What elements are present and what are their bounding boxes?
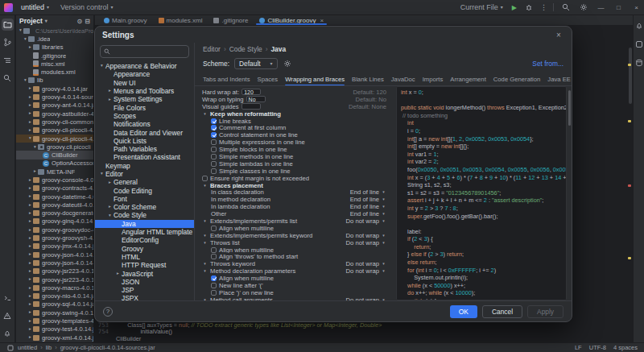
structure-tool-icon[interactable] (2, 54, 14, 66)
project-tree-item[interactable]: ▸groovy-xml-4.0.14.jar (16, 333, 93, 342)
project-tree-item[interactable]: ▾untitledC:\Users\User\IdeaProjects\unti… (16, 27, 93, 35)
option-field[interactable] (242, 103, 261, 110)
settings-tree-item[interactable]: ▸Color Scheme (95, 203, 194, 211)
settings-tree-item[interactable]: Java (95, 220, 194, 228)
cancel-button[interactable]: Cancel (482, 305, 522, 318)
code-style-tab[interactable]: Code Generation (493, 76, 541, 85)
combo-selector[interactable]: End of line▾ (350, 203, 393, 210)
project-tree-item[interactable]: ▸groovy-cli-picocli-4.0.14.jar (16, 126, 93, 135)
notifications-icon[interactable] (633, 19, 644, 31)
option-field[interactable]: Wrap on typingNoDefault: No (200, 96, 393, 103)
combo-selector[interactable]: Do not wrap▾ (346, 232, 393, 239)
breadcrumb-item[interactable]: Editor (203, 45, 221, 53)
settings-tree-item[interactable]: Quick Lists (95, 137, 194, 145)
settings-tree-item[interactable]: File Colors (95, 103, 194, 111)
settings-tree-item[interactable]: Code Editing (95, 186, 194, 194)
checkbox[interactable] (211, 125, 217, 130)
project-tree-item[interactable]: misc.xml (16, 60, 93, 68)
project-tree-item[interactable]: ▸groovy-templates-4.0.14.jar (16, 317, 93, 325)
tab-close-icon[interactable]: × (320, 17, 324, 24)
checkbox[interactable] (211, 290, 217, 296)
settings-tree-item[interactable]: ▸General (95, 178, 194, 186)
project-tree-item[interactable]: ▸groovy-macro-4.0.14.jar (16, 284, 93, 292)
option-check[interactable]: Control statement in one line (200, 131, 393, 139)
checkbox[interactable] (211, 247, 217, 253)
settings-tree-item[interactable]: New UI (95, 79, 194, 87)
combo-selector[interactable]: End of line▾ (350, 210, 393, 217)
combo-selector[interactable]: Do not wrap▾ (346, 239, 393, 246)
settings-tree-item[interactable]: HTML (95, 253, 194, 261)
code-style-tab[interactable]: Blank Lines (352, 76, 384, 85)
project-tree-item[interactable]: ▾groovy.cli.picocli (16, 143, 93, 151)
checkbox[interactable] (211, 226, 217, 231)
option-gcombo[interactable]: ▾Method declaration parametersDo not wra… (200, 267, 393, 275)
project-tree-item[interactable]: ▸groovy-astbuilder-4.0.14.jar (16, 110, 93, 118)
apply-button[interactable]: Apply (527, 305, 564, 318)
project-tree-item[interactable]: OptionAccessor (16, 159, 93, 168)
scheme-selector[interactable]: Default ▾ (234, 58, 278, 69)
settings-search-input[interactable] (113, 48, 185, 56)
option-check[interactable]: Place ')' on new line (200, 289, 393, 296)
editor-scrollbar[interactable] (629, 48, 632, 104)
maximize-button[interactable]: □ (613, 0, 625, 14)
editor-code-view[interactable]: 753 Class[] auxTypes = null; // TODO ext… (95, 321, 633, 335)
code-style-tab[interactable]: Imports (423, 76, 444, 85)
checkbox[interactable] (211, 161, 217, 167)
option-field[interactable]: Visual guidesDefault: None (200, 103, 393, 110)
option-combo[interactable]: In lambda declarationEnd of line▾ (200, 203, 393, 210)
settings-tree-item[interactable]: ▸JavaScript (95, 269, 194, 277)
project-tree-item[interactable]: ▸groovy-cli-commons-4.0.14.jar (16, 118, 93, 126)
project-tree-item[interactable]: ▸groovy-jsr223-4.0.14-sources.jar (16, 275, 93, 284)
option-gcombo[interactable]: ▾Extends/implements/permits keywordDo no… (200, 232, 393, 239)
project-tree-item[interactable]: ▸groovy-4.0.14.jar (16, 85, 93, 93)
minimize-button[interactable]: — (595, 0, 607, 14)
editor-breadcrumb-item[interactable]: CliBuilder (116, 335, 141, 342)
settings-tree-item[interactable]: ▾Appearance & Behavior (95, 62, 194, 70)
project-tree-item[interactable]: ▸groovy-groovydoc-4.0.14.jar (16, 226, 93, 234)
combo-selector[interactable]: End of line▾ (350, 196, 393, 203)
option-check[interactable]: Simple classes in one line (200, 168, 393, 175)
option-combo[interactable]: In class declarationEnd of line▾ (200, 188, 393, 196)
settings-gear-button[interactable] (577, 2, 589, 14)
option-check[interactable]: Align 'throws' to method start (200, 253, 393, 260)
option-field[interactable]: Hard wrap at:120Default: 120 (200, 89, 393, 96)
project-tree-item[interactable]: ▾lib (16, 77, 93, 85)
editor-tab[interactable]: CliBuilder.groovy× (254, 15, 329, 25)
window-close-button[interactable]: × (630, 0, 642, 14)
settings-tree-item[interactable]: JSON (95, 278, 194, 286)
settings-tree-item[interactable]: EditorConfig (95, 236, 194, 244)
checkbox[interactable] (211, 132, 217, 138)
help-icon[interactable]: ? (103, 307, 113, 317)
project-tree-item[interactable]: ▸groovy-datetime-4.0.14.jar (16, 193, 93, 201)
option-check[interactable]: Align when multiline (200, 225, 393, 232)
warning-stripe-mark[interactable] (628, 64, 631, 66)
select-opened-file-icon[interactable]: ⊙ (77, 18, 83, 25)
error-stripe-mark[interactable] (628, 184, 631, 187)
option-check[interactable]: Line breaks (200, 118, 393, 125)
status-breadcrumb-item[interactable]: untitled (18, 344, 37, 351)
run-configuration-selector[interactable]: Current File ▾ (457, 2, 506, 12)
status-widget[interactable]: LF (575, 344, 582, 351)
project-tree-item[interactable]: ▸groovy-4.0.14-sources.jar (16, 93, 93, 101)
status-widget[interactable]: 4 spaces (613, 344, 638, 351)
breadcrumb-item[interactable]: Code Style (229, 45, 262, 53)
options-scrollbar[interactable] (568, 90, 571, 126)
option-gcombo[interactable]: ▾Throws keywordDo not wrap▾ (200, 260, 393, 267)
project-tree-item[interactable]: modules.xml (16, 68, 93, 76)
status-widget[interactable]: UTF-8 (589, 344, 606, 351)
project-tool-icon[interactable] (2, 19, 14, 31)
project-tree-item[interactable]: ▸groovy-swing-4.0.14.jar (16, 309, 93, 317)
option-check[interactable]: Simple methods in one line (200, 153, 393, 160)
combo-selector[interactable]: Do not wrap▾ (346, 267, 393, 275)
project-tree-item[interactable]: ▸groovy-console-4.0.14.jar (16, 176, 93, 184)
checkbox[interactable] (202, 176, 208, 181)
editor-tab[interactable]: modules.xml (153, 15, 208, 25)
project-tree-item[interactable]: ▸groovy-nio-4.0.14.jar (16, 292, 93, 300)
code-style-tab[interactable]: Java EE Names (547, 76, 572, 85)
editor-tab[interactable]: Main.groovy (98, 15, 153, 25)
project-tree-item[interactable]: ▸libraries (16, 43, 93, 52)
problems-tool-icon[interactable] (2, 309, 14, 321)
commit-tool-icon[interactable] (2, 36, 14, 48)
settings-tree-item[interactable]: ▸Menus and Toolbars (95, 87, 194, 95)
project-widget[interactable]: untitled ▾ (18, 2, 52, 12)
